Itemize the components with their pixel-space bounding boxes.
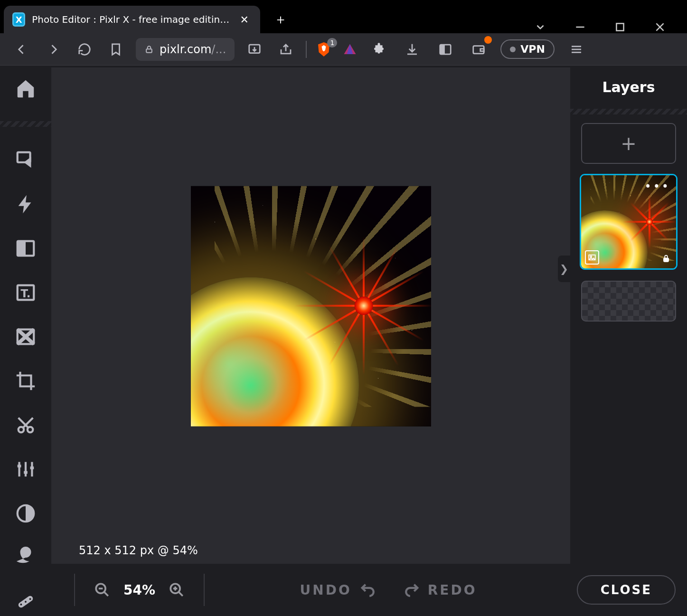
layer-item-empty[interactable] — [581, 281, 676, 322]
url-text: pixlr.com/... — [160, 43, 226, 56]
add-layer-button[interactable]: + — [581, 123, 676, 164]
window-maximize-button[interactable] — [614, 21, 626, 33]
svg-rect-29 — [18, 465, 21, 468]
layers-title: Layers — [602, 79, 655, 95]
home-button[interactable] — [11, 74, 40, 102]
canvas-area[interactable]: 512 x 512 px @ 54% — [51, 67, 570, 564]
brave-shields-badge: 1 — [327, 38, 337, 47]
left-tool-rail: T. — [0, 66, 51, 616]
nav-reload-button[interactable] — [73, 38, 96, 61]
layers-divider — [570, 109, 687, 114]
brave-shields-icon[interactable]: 1 — [315, 41, 332, 58]
window-minimize-button[interactable] — [574, 21, 586, 33]
extensions-puzzle-icon[interactable] — [367, 38, 390, 61]
tool-divider — [0, 121, 51, 127]
close-button[interactable]: CLOSE — [577, 575, 676, 605]
vpn-status-dot — [510, 47, 516, 52]
right-footer: CLOSE — [577, 575, 676, 605]
redo-button[interactable]: REDO — [404, 582, 477, 598]
canvas-image — [191, 186, 431, 426]
plus-icon: + — [621, 133, 637, 154]
nav-back-button[interactable] — [10, 38, 33, 61]
zoom-controls: 54% — [94, 582, 185, 598]
window-close-button[interactable] — [654, 21, 666, 33]
swirl-tool[interactable] — [11, 544, 40, 572]
browser-menu-button[interactable] — [565, 38, 588, 61]
svg-rect-1 — [616, 23, 623, 30]
layer-type-image-icon — [585, 250, 599, 265]
layer-options-button[interactable]: ••• — [645, 180, 670, 193]
pixlr-favicon-icon: X — [12, 12, 25, 27]
wallet-notification-dot — [484, 36, 492, 44]
install-app-icon[interactable] — [243, 38, 266, 61]
svg-rect-13 — [473, 46, 484, 53]
bottombar-separator — [74, 574, 75, 606]
zoom-out-button[interactable] — [94, 582, 110, 598]
lock-icon — [144, 45, 154, 54]
bookmark-button[interactable] — [104, 38, 127, 61]
adjust-tool[interactable] — [11, 455, 40, 483]
bottombar-separator-2 — [204, 574, 205, 606]
effect-tool[interactable] — [11, 234, 40, 262]
canvas-info-text: 512 x 512 px @ 54% — [79, 544, 198, 557]
toolbar-separator — [306, 41, 307, 58]
svg-rect-4 — [146, 49, 152, 53]
canvas[interactable] — [191, 186, 431, 426]
undo-button[interactable]: UNDO — [300, 582, 376, 598]
liquify-tool[interactable] — [11, 500, 40, 528]
sidebar-toggle-icon[interactable] — [434, 38, 457, 61]
tab-close-button[interactable]: ✕ — [238, 12, 251, 28]
history-controls: UNDO REDO — [300, 582, 477, 598]
fill-tool[interactable] — [11, 322, 40, 351]
bottom-bar: 54% UNDO REDO — [51, 564, 570, 616]
layers-panel: Layers + ••• — [570, 66, 687, 616]
svg-rect-30 — [24, 471, 28, 474]
zoom-in-button[interactable] — [169, 582, 185, 598]
svg-rect-12 — [440, 45, 444, 54]
zoom-value[interactable]: 54% — [123, 582, 155, 598]
arrange-tool[interactable] — [11, 146, 40, 174]
svg-text:T.: T. — [21, 287, 31, 299]
svg-rect-20 — [18, 241, 26, 256]
browser-titlebar: X Photo Editor : Pixlr X - free image ed… — [0, 0, 687, 33]
browser-tab-active[interactable]: X Photo Editor : Pixlr X - free image ed… — [4, 6, 260, 33]
heal-tool[interactable] — [11, 588, 40, 616]
svg-point-35 — [25, 601, 27, 603]
wallet-icon[interactable] — [467, 38, 490, 61]
svg-rect-39 — [664, 258, 669, 262]
svg-rect-14 — [480, 48, 484, 51]
ai-tool[interactable] — [11, 190, 40, 218]
url-bar[interactable]: pixlr.com/... — [136, 38, 235, 61]
share-icon[interactable] — [274, 38, 297, 61]
vpn-button[interactable]: VPN — [500, 39, 555, 59]
window-controls — [534, 14, 687, 33]
browser-toolbar: pixlr.com/... 1 VPN — [0, 33, 687, 66]
crop-tool[interactable] — [11, 367, 40, 395]
svg-point-36 — [29, 598, 31, 600]
tab-title: Photo Editor : Pixlr X - free image edit… — [32, 14, 231, 25]
svg-point-34 — [20, 604, 22, 606]
vpn-label: VPN — [520, 43, 545, 55]
nav-forward-button[interactable] — [42, 38, 65, 61]
extension-triangle-icon[interactable] — [343, 42, 357, 57]
layer-item-0[interactable]: ••• — [581, 175, 676, 268]
panel-collapse-button[interactable]: ❯ — [558, 256, 570, 282]
new-tab-button[interactable]: ＋ — [269, 8, 292, 31]
svg-rect-31 — [30, 466, 34, 469]
downloads-icon[interactable] — [401, 38, 423, 61]
chevron-down-icon[interactable] — [534, 21, 546, 33]
cutout-tool[interactable] — [11, 411, 40, 439]
text-tool[interactable]: T. — [11, 278, 40, 306]
svg-line-44 — [179, 592, 183, 596]
pixlr-app: T. 51 — [0, 66, 687, 616]
layer-lock-icon[interactable] — [661, 253, 671, 264]
svg-line-41 — [104, 592, 108, 596]
